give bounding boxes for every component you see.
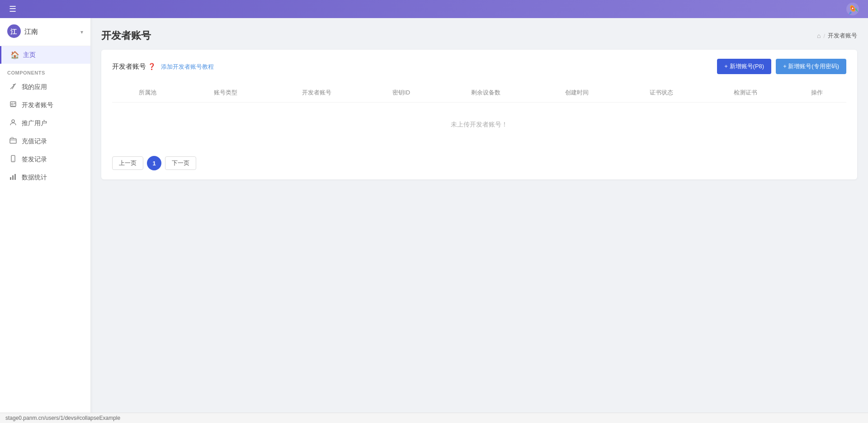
sidebar-item-developer-account-label: 开发者账号: [22, 101, 53, 109]
action-buttons: + 新增账号(P8) + 新增账号(专用密码): [717, 59, 846, 74]
sidebar-item-recharge-record-label: 充值记录: [22, 137, 47, 146]
add-special-button[interactable]: + 新增账号(专用密码): [776, 59, 846, 74]
col-key-id: 密钥ID: [366, 83, 437, 103]
col-action: 操作: [788, 83, 846, 103]
table-body: 未上传开发者账号！: [112, 103, 846, 147]
svg-rect-20: [10, 177, 11, 180]
chart-icon: [9, 173, 17, 182]
svg-point-16: [12, 120, 14, 122]
folder-icon: [9, 137, 17, 146]
layout: 江 江南 ▾ 🏠 主页 COMPONENTS 我的应用: [0, 0, 868, 423]
user-icon: [9, 119, 17, 128]
current-page-number[interactable]: 1: [147, 156, 161, 170]
sidebar-item-promote-user-label: 推广用户: [22, 119, 47, 127]
sidebar-item-sign-record[interactable]: 签发记录: [0, 150, 90, 169]
sidebar-brand[interactable]: 江 江南 ▾: [0, 18, 90, 46]
sidebar: 江 江南 ▾ 🏠 主页 COMPONENTS 我的应用: [0, 18, 90, 423]
col-cert-status: 证书状态: [619, 83, 703, 103]
brand-arrow: ▾: [80, 29, 83, 35]
breadcrumb: ⌂ / 开发者账号: [817, 32, 857, 40]
topbar: ☰: [0, 0, 868, 18]
svg-marker-9: [13, 84, 16, 86]
section-header: 开发者账号 ❓ 添加开发者账号教程 + 新增账号(P8) + 新增账号(专用密码…: [112, 59, 846, 74]
help-icon: ❓: [148, 63, 156, 70]
home-icon: 🏠: [10, 51, 19, 59]
page-header: 开发者账号 ⌂ / 开发者账号: [101, 29, 857, 42]
add-p8-button[interactable]: + 新增账号(P8): [717, 59, 771, 74]
table-wrapper: 所属池 账号类型 开发者账号 密钥ID 剩余设备数 创建时间 证书状态 检测证书…: [112, 83, 846, 147]
sidebar-item-developer-account[interactable]: 开发者账号: [0, 96, 90, 114]
svg-rect-17: [10, 139, 16, 143]
table-header-row: 所属池 账号类型 开发者账号 密钥ID 剩余设备数 创建时间 证书状态 检测证书…: [112, 83, 846, 103]
svg-rect-21: [12, 175, 14, 180]
table-header: 所属池 账号类型 开发者账号 密钥ID 剩余设备数 创建时间 证书状态 检测证书…: [112, 83, 846, 103]
section-title: 开发者账号: [112, 62, 146, 70]
status-bar-url: stage0.panm.cn/users/1/devs#collapseExam…: [5, 415, 120, 421]
send-icon: [9, 83, 17, 92]
developer-account-card: 开发者账号 ❓ 添加开发者账号教程 + 新增账号(P8) + 新增账号(专用密码…: [101, 50, 857, 179]
col-type: 账号类型: [184, 83, 268, 103]
status-bar: stage0.panm.cn/users/1/devs#collapseExam…: [0, 413, 868, 423]
sidebar-item-recharge-record[interactable]: 充值记录: [0, 132, 90, 150]
phone-icon: [9, 155, 17, 164]
sidebar-item-home-label: 主页: [23, 51, 36, 59]
sidebar-item-promote-user[interactable]: 推广用户: [0, 114, 90, 132]
col-account: 开发者账号: [268, 83, 366, 103]
sidebar-item-sign-record-label: 签发记录: [22, 155, 47, 164]
sidebar-item-data-stats-label: 数据统计: [22, 174, 47, 182]
brand-name: 江南: [24, 28, 77, 36]
svg-text:江: 江: [10, 28, 17, 35]
menu-icon[interactable]: ☰: [9, 4, 16, 14]
col-pool: 所属池: [112, 83, 184, 103]
sidebar-item-my-apps-label: 我的应用: [22, 83, 47, 91]
sidebar-item-home[interactable]: 🏠 主页: [0, 46, 90, 64]
developer-account-table: 所属池 账号类型 开发者账号 密钥ID 剩余设备数 创建时间 证书状态 检测证书…: [112, 83, 846, 147]
page-title: 开发者账号: [101, 29, 151, 42]
svg-point-19: [13, 160, 14, 161]
svg-rect-22: [14, 174, 16, 180]
col-created: 创建时间: [534, 83, 619, 103]
sidebar-item-my-apps[interactable]: 我的应用: [0, 78, 90, 96]
download-icon: [9, 101, 17, 110]
breadcrumb-home-icon: ⌂: [817, 32, 821, 39]
section-title-area: 开发者账号 ❓ 添加开发者账号教程: [112, 62, 214, 71]
table-empty-row: 未上传开发者账号！: [112, 103, 846, 147]
breadcrumb-separator: /: [823, 33, 825, 39]
rocket-icon: [846, 3, 859, 15]
main-content: 开发者账号 ⌂ / 开发者账号 开发者账号 ❓ 添加开发者账号教程 + 新增账号…: [90, 18, 868, 423]
help-link[interactable]: 添加开发者账号教程: [161, 63, 214, 70]
next-page-button[interactable]: 下一页: [165, 156, 196, 170]
col-remaining: 剩余设备数: [437, 83, 535, 103]
prev-page-button[interactable]: 上一页: [112, 156, 143, 170]
table-empty-text: 未上传开发者账号！: [112, 103, 846, 147]
brand-logo: 江: [7, 24, 21, 39]
components-label: COMPONENTS: [0, 64, 90, 78]
svg-point-12: [11, 103, 13, 105]
pagination: 上一页 1 下一页: [112, 156, 846, 170]
breadcrumb-current: 开发者账号: [828, 32, 857, 40]
col-detect-cert: 检测证书: [703, 83, 788, 103]
sidebar-item-data-stats[interactable]: 数据统计: [0, 169, 90, 187]
